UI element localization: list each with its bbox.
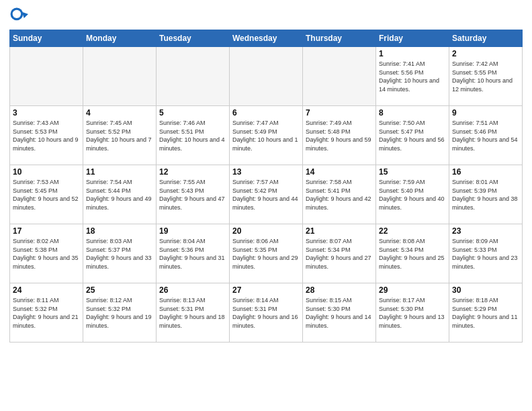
day-info: Sunrise: 7:51 AMSunset: 5:46 PMDaylight:… bbox=[452, 119, 519, 152]
day-number: 7 bbox=[306, 108, 373, 118]
week-row-4: 24Sunrise: 8:11 AMSunset: 5:32 PMDayligh… bbox=[10, 283, 523, 342]
calendar-cell: 6Sunrise: 7:47 AMSunset: 5:49 PMDaylight… bbox=[230, 106, 303, 165]
weekday-header-tuesday: Tuesday bbox=[157, 30, 230, 47]
day-number: 15 bbox=[379, 167, 446, 177]
day-number: 28 bbox=[306, 285, 373, 295]
week-row-0: 1Sunrise: 7:41 AMSunset: 5:56 PMDaylight… bbox=[10, 47, 523, 106]
day-info: Sunrise: 8:03 AMSunset: 5:37 PMDaylight:… bbox=[86, 237, 153, 271]
calendar-cell: 25Sunrise: 8:12 AMSunset: 5:32 PMDayligh… bbox=[83, 283, 157, 342]
day-info: Sunrise: 7:59 AMSunset: 5:40 PMDaylight:… bbox=[379, 178, 446, 212]
day-info: Sunrise: 7:49 AMSunset: 5:48 PMDaylight:… bbox=[306, 119, 373, 152]
day-number: 26 bbox=[159, 285, 226, 295]
day-number: 14 bbox=[306, 167, 373, 177]
day-number: 9 bbox=[452, 108, 519, 118]
calendar-cell: 27Sunrise: 8:14 AMSunset: 5:31 PMDayligh… bbox=[230, 283, 303, 342]
calendar-cell: 4Sunrise: 7:45 AMSunset: 5:52 PMDaylight… bbox=[83, 106, 157, 165]
day-number: 19 bbox=[159, 226, 226, 236]
day-info: Sunrise: 8:11 AMSunset: 5:32 PMDaylight:… bbox=[13, 296, 80, 330]
day-info: Sunrise: 7:42 AMSunset: 5:55 PMDaylight:… bbox=[452, 60, 519, 93]
day-info: Sunrise: 7:47 AMSunset: 5:49 PMDaylight:… bbox=[232, 119, 300, 152]
weekday-header-row: SundayMondayTuesdayWednesdayThursdayFrid… bbox=[10, 30, 523, 47]
day-info: Sunrise: 8:01 AMSunset: 5:39 PMDaylight:… bbox=[452, 178, 519, 212]
calendar-cell: 13Sunrise: 7:57 AMSunset: 5:42 PMDayligh… bbox=[230, 165, 303, 224]
day-info: Sunrise: 8:14 AMSunset: 5:31 PMDaylight:… bbox=[232, 296, 300, 330]
day-number: 30 bbox=[452, 285, 519, 295]
day-number: 12 bbox=[159, 167, 226, 177]
day-info: Sunrise: 8:12 AMSunset: 5:32 PMDaylight:… bbox=[86, 296, 153, 330]
calendar-cell: 2Sunrise: 7:42 AMSunset: 5:55 PMDaylight… bbox=[449, 47, 523, 106]
day-number: 6 bbox=[232, 108, 300, 118]
day-number: 16 bbox=[452, 167, 519, 177]
calendar-cell bbox=[157, 47, 230, 106]
day-info: Sunrise: 7:58 AMSunset: 5:41 PMDaylight:… bbox=[306, 178, 373, 212]
calendar-cell: 22Sunrise: 8:08 AMSunset: 5:34 PMDayligh… bbox=[376, 224, 449, 283]
calendar-cell: 20Sunrise: 8:06 AMSunset: 5:35 PMDayligh… bbox=[230, 224, 303, 283]
calendar-cell: 23Sunrise: 8:09 AMSunset: 5:33 PMDayligh… bbox=[449, 224, 523, 283]
calendar-cell: 24Sunrise: 8:11 AMSunset: 5:32 PMDayligh… bbox=[10, 283, 83, 342]
day-info: Sunrise: 7:45 AMSunset: 5:52 PMDaylight:… bbox=[86, 119, 153, 152]
calendar-table: SundayMondayTuesdayWednesdayThursdayFrid… bbox=[9, 30, 523, 342]
day-info: Sunrise: 7:55 AMSunset: 5:43 PMDaylight:… bbox=[159, 178, 226, 212]
week-row-3: 17Sunrise: 8:02 AMSunset: 5:38 PMDayligh… bbox=[10, 224, 523, 283]
weekday-header-wednesday: Wednesday bbox=[230, 30, 303, 47]
calendar-cell: 21Sunrise: 8:07 AMSunset: 5:34 PMDayligh… bbox=[303, 224, 376, 283]
day-number: 1 bbox=[379, 49, 446, 58]
day-number: 3 bbox=[13, 108, 80, 118]
day-info: Sunrise: 7:53 AMSunset: 5:45 PMDaylight:… bbox=[13, 178, 80, 212]
week-row-2: 10Sunrise: 7:53 AMSunset: 5:45 PMDayligh… bbox=[10, 165, 523, 224]
calendar-cell: 15Sunrise: 7:59 AMSunset: 5:40 PMDayligh… bbox=[376, 165, 449, 224]
logo bbox=[9, 7, 31, 26]
day-info: Sunrise: 7:43 AMSunset: 5:53 PMDaylight:… bbox=[13, 119, 80, 152]
day-number: 21 bbox=[306, 226, 373, 236]
day-number: 23 bbox=[452, 226, 519, 236]
calendar-cell: 8Sunrise: 7:50 AMSunset: 5:47 PMDaylight… bbox=[376, 106, 449, 165]
calendar-cell: 29Sunrise: 8:17 AMSunset: 5:30 PMDayligh… bbox=[376, 283, 449, 342]
calendar-cell bbox=[10, 47, 83, 106]
day-number: 25 bbox=[86, 285, 153, 295]
weekday-header-friday: Friday bbox=[376, 30, 449, 47]
day-info: Sunrise: 8:06 AMSunset: 5:35 PMDaylight:… bbox=[232, 237, 300, 271]
day-info: Sunrise: 8:07 AMSunset: 5:34 PMDaylight:… bbox=[306, 237, 373, 271]
day-number: 24 bbox=[13, 285, 80, 295]
calendar-cell: 19Sunrise: 8:04 AMSunset: 5:36 PMDayligh… bbox=[157, 224, 230, 283]
day-number: 2 bbox=[452, 49, 519, 58]
calendar-cell: 30Sunrise: 8:18 AMSunset: 5:29 PMDayligh… bbox=[449, 283, 523, 342]
calendar-cell: 26Sunrise: 8:13 AMSunset: 5:31 PMDayligh… bbox=[157, 283, 230, 342]
calendar-cell: 3Sunrise: 7:43 AMSunset: 5:53 PMDaylight… bbox=[10, 106, 83, 165]
calendar-cell: 9Sunrise: 7:51 AMSunset: 5:46 PMDaylight… bbox=[449, 106, 523, 165]
page-container: SundayMondayTuesdayWednesdayThursdayFrid… bbox=[0, 0, 532, 349]
day-info: Sunrise: 8:15 AMSunset: 5:30 PMDaylight:… bbox=[306, 296, 373, 330]
day-info: Sunrise: 7:57 AMSunset: 5:42 PMDaylight:… bbox=[232, 178, 300, 212]
day-number: 11 bbox=[86, 167, 153, 177]
day-info: Sunrise: 8:04 AMSunset: 5:36 PMDaylight:… bbox=[159, 237, 226, 271]
day-info: Sunrise: 8:17 AMSunset: 5:30 PMDaylight:… bbox=[379, 296, 446, 330]
calendar-cell: 17Sunrise: 8:02 AMSunset: 5:38 PMDayligh… bbox=[10, 224, 83, 283]
weekday-header-sunday: Sunday bbox=[10, 30, 83, 47]
calendar-cell: 5Sunrise: 7:46 AMSunset: 5:51 PMDaylight… bbox=[157, 106, 230, 165]
day-info: Sunrise: 8:09 AMSunset: 5:33 PMDaylight:… bbox=[452, 237, 519, 271]
day-number: 13 bbox=[232, 167, 300, 177]
calendar-cell: 1Sunrise: 7:41 AMSunset: 5:56 PMDaylight… bbox=[376, 47, 449, 106]
calendar-cell bbox=[83, 47, 157, 106]
day-info: Sunrise: 8:13 AMSunset: 5:31 PMDaylight:… bbox=[159, 296, 226, 330]
day-number: 8 bbox=[379, 108, 446, 118]
day-number: 18 bbox=[86, 226, 153, 236]
calendar-cell bbox=[230, 47, 303, 106]
calendar-cell: 11Sunrise: 7:54 AMSunset: 5:44 PMDayligh… bbox=[83, 165, 157, 224]
day-info: Sunrise: 7:54 AMSunset: 5:44 PMDaylight:… bbox=[86, 178, 153, 212]
weekday-header-monday: Monday bbox=[83, 30, 157, 47]
logo-icon bbox=[9, 7, 28, 26]
calendar-cell: 18Sunrise: 8:03 AMSunset: 5:37 PMDayligh… bbox=[83, 224, 157, 283]
day-info: Sunrise: 8:08 AMSunset: 5:34 PMDaylight:… bbox=[379, 237, 446, 271]
day-number: 29 bbox=[379, 285, 446, 295]
header bbox=[9, 7, 523, 26]
day-number: 20 bbox=[232, 226, 300, 236]
svg-point-1 bbox=[13, 10, 21, 18]
calendar-cell: 16Sunrise: 8:01 AMSunset: 5:39 PMDayligh… bbox=[449, 165, 523, 224]
day-number: 5 bbox=[159, 108, 226, 118]
day-number: 17 bbox=[13, 226, 80, 236]
calendar-cell bbox=[303, 47, 376, 106]
day-info: Sunrise: 7:41 AMSunset: 5:56 PMDaylight:… bbox=[379, 60, 446, 93]
day-number: 22 bbox=[379, 226, 446, 236]
day-number: 4 bbox=[86, 108, 153, 118]
